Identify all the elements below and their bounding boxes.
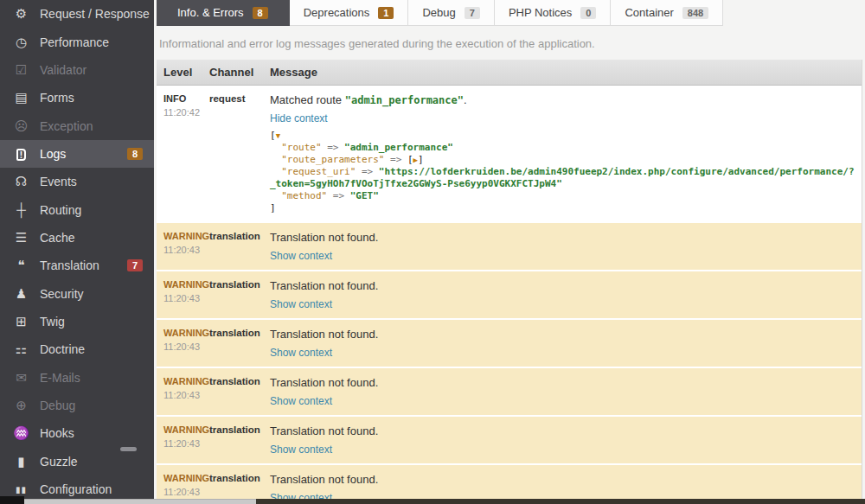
tab-label: Info. & Errors [177,6,244,19]
window-icon: ⊞ [11,314,31,329]
tab-container[interactable]: Container848 [611,0,723,26]
message-text: Translation not found. [270,424,378,437]
log-message: Translation not found. [270,376,855,389]
context-toggle-link[interactable]: Show context [270,395,332,407]
sidebar-item-label: Request / Response [40,7,150,21]
message-cell: Translation not found.Show context [263,271,862,318]
scrollbar-corner [0,496,24,504]
sidebar-item-debug: ⊕Debug [0,392,154,419]
clipboard-icon: ▤ [11,90,31,105]
message-text: Translation not found. [270,279,378,292]
tab-info-errors[interactable]: Info. & Errors8 [157,0,290,26]
sidebar-item-events[interactable]: ☊Events [0,168,154,195]
message-cell: Translation not found.Show context [263,368,862,415]
sidebar-scrollbar-thumb[interactable] [120,447,137,451]
log-time: 11:20:42 [163,107,195,118]
message-text: Translation not found. [270,231,378,244]
sidebar-item-forms[interactable]: ▤Forms [0,84,154,112]
dump-toggle-icon[interactable]: ▼ [276,131,280,140]
sidebar-item-doctrine[interactable]: ⚏Doctrine [0,335,154,363]
log-row: WARNING11:20:43translationTranslation no… [157,318,862,367]
sidebar-item-hooks[interactable]: ♒Hooks [0,419,154,447]
database-icon: ⚏ [11,341,31,357]
sidebar-item-label: Performance [40,35,109,49]
sidebar-item-security[interactable]: ♟Security [0,279,154,307]
panel-description: Informational and error log messages gen… [159,37,862,50]
person-icon: ♟ [11,286,31,302]
sidebar-item-label: Exception [40,119,93,133]
log-message: Translation not found. [270,279,855,292]
tab-label: Deprecations [304,6,370,19]
level-cell: WARNING11:20:43 [157,320,202,367]
sidebar-item-label: Twig [40,315,65,329]
horizontal-scrollbar-thumb[interactable] [256,499,865,504]
context-toggle-link[interactable]: Show context [270,443,332,456]
sidebar-item-twig[interactable]: ⊞Twig [0,308,154,335]
dump-line: "method" => "GET" [270,190,855,202]
sidebar-item-cache[interactable]: ☰Cache [0,224,154,252]
dump-line: "route_parameters" => [▶] [270,154,855,166]
context-toggle-link[interactable]: Show context [270,298,332,310]
log-channel: translation [202,271,263,318]
log-row: WARNING11:20:43translationTranslation no… [157,415,862,463]
message-cell: Translation not found.Show context [263,223,862,270]
column-header-channel: Channel [202,60,263,85]
tab-count-badge: 0 [580,7,596,19]
stopwatch-icon: ◷ [11,35,31,50]
ghost-icon: ☹ [11,118,31,134]
context-toggle-link[interactable]: Hide context [270,112,328,124]
level-cell: WARNING11:20:43 [157,271,202,318]
antenna-icon: ♒ [11,425,31,441]
tab-php-notices[interactable]: PHP Notices0 [495,0,612,26]
log-row: WARNING11:20:43translationTranslation no… [157,270,862,318]
translate-icon: ❝ [11,258,31,273]
sidebar-badge: 8 [127,148,143,160]
message-text: Translation not found. [270,473,378,486]
log-message: Translation not found. [270,231,855,244]
log-time: 11:20:43 [163,487,195,497]
sidebar-item-performance[interactable]: ◷Performance [0,28,154,55]
sidebar-item-label: Debug [40,399,75,412]
sidebar-item-label: Logs [40,147,66,161]
message-text: . [464,93,467,106]
sidebar-item-routing[interactable]: ┼Routing [0,195,154,223]
sidebar-item-guzzle[interactable]: ▮Guzzle [0,448,154,475]
sidebar-item-emails: ✉E-Mails [0,363,154,391]
layers-icon: ☰ [11,230,31,246]
context-toggle-link[interactable]: Show context [270,250,332,262]
tab-debug[interactable]: Debug7 [408,0,494,26]
tab-count-badge: 8 [253,7,268,19]
context-toggle-link[interactable]: Show context [270,347,332,359]
log-time: 11:20:43 [163,390,195,400]
tab-label: Debug [422,6,455,19]
dump-line: ] [270,202,855,214]
dump-line: [▼ [270,130,855,142]
log-channel: request [202,86,263,221]
log-channel: translation [202,417,263,463]
table-body: INFO11:20:42requestMatched route "admin_… [157,86,862,504]
tab-count-badge: 1 [378,7,394,19]
message-text: Translation not found. [270,328,378,341]
level-cell: WARNING11:20:43 [157,223,202,270]
level-cell: WARNING11:20:43 [157,417,202,463]
battery-icon: ▮▮ [11,485,31,494]
sidebar-badge: 7 [127,259,143,271]
sidebar-item-translation[interactable]: ❝Translation7 [0,252,154,279]
sidebar-item-request-response[interactable]: ⚙Request / Response [0,0,154,28]
message-cell: Translation not found.Show context [263,320,862,367]
dump-line: "request_uri" => "https://lofderkruiden.… [270,166,855,190]
sidebar-item-logs[interactable]: !Logs8 [0,140,154,168]
sidebar-item-label: Configuration [40,482,112,496]
message-code: "admin_performance" [345,94,464,106]
debug-icon: ⊕ [11,398,31,413]
log-tabs: Info. & Errors8Deprecations1Debug7PHP No… [157,0,865,26]
log-table: LevelChannelMessage INFO11:20:42requestM… [157,60,862,504]
message-text: Matched route [270,93,345,106]
table-header-row: LevelChannelMessage [157,60,862,86]
log-message: Translation not found. [270,424,855,437]
log-level: WARNING [163,231,195,241]
column-header-level: Level [157,60,202,85]
log-time: 11:20:43 [163,293,195,303]
log-time: 11:20:43 [163,341,195,352]
tab-deprecations[interactable]: Deprecations1 [290,0,409,26]
